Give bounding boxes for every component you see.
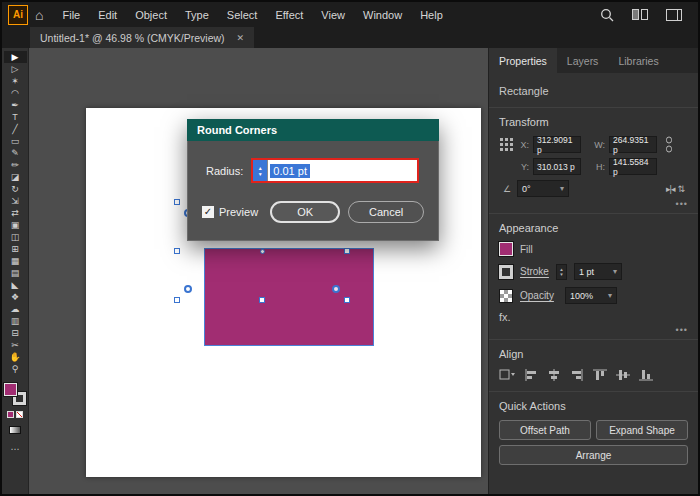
menu-window[interactable]: Window [354, 2, 411, 27]
rotation-dropdown[interactable]: 0° ▾ [517, 180, 569, 197]
align-center-horizontal-icon[interactable] [547, 369, 561, 381]
menu-select[interactable]: Select [218, 2, 267, 27]
artboard-tool[interactable]: ⊟ [4, 327, 27, 339]
offset-path-button[interactable]: Offset Path [499, 420, 591, 440]
live-corner-widget[interactable] [184, 285, 192, 293]
color-none-toggle[interactable] [7, 411, 23, 418]
magic-wand-tool[interactable]: ✶ [4, 75, 27, 87]
dialog-title[interactable]: Round Corners [187, 119, 439, 141]
lasso-tool[interactable]: ◠ [4, 87, 27, 99]
opacity-icon[interactable] [499, 289, 513, 303]
align-to-dropdown[interactable] [499, 368, 515, 381]
opacity-dropdown[interactable]: 100% ▾ [565, 287, 617, 304]
pen-tool[interactable]: ✒ [4, 99, 27, 111]
tab-libraries[interactable]: Libraries [608, 48, 668, 73]
scale-tool[interactable]: ⇲ [4, 195, 27, 207]
rotate-tool[interactable]: ↻ [4, 183, 27, 195]
handle-mid-left[interactable] [174, 248, 180, 254]
align-right-icon[interactable] [570, 369, 584, 381]
stroke-color-swatch[interactable] [499, 265, 513, 279]
width-tool[interactable]: ⇄ [4, 207, 27, 219]
type-tool[interactable]: T [4, 111, 27, 123]
arrange-documents-icon[interactable] [666, 9, 682, 21]
pencil-tool[interactable]: ✏ [4, 159, 27, 171]
edit-toolbar-icon[interactable]: ⋯ [11, 444, 20, 454]
zoom-tool[interactable]: ⚲ [4, 363, 27, 375]
menu-view[interactable]: View [312, 2, 354, 27]
gradient-swatch-icon[interactable] [9, 426, 21, 434]
live-corner-widget[interactable] [332, 285, 340, 293]
none-swatch-icon[interactable] [16, 411, 23, 418]
menu-file[interactable]: File [53, 2, 89, 27]
x-input[interactable]: 312.9091 p [533, 136, 581, 153]
canvas[interactable] [29, 48, 488, 494]
appearance-more-options[interactable]: ••• [676, 325, 688, 335]
selection-tool[interactable]: ▶ [4, 51, 27, 63]
shape-builder-tool[interactable]: ◫ [4, 231, 27, 243]
radius-stepper[interactable]: ▲ ▼ [253, 160, 268, 181]
preview-checkbox-group[interactable]: ✓ Preview [202, 206, 258, 218]
constrain-proportions-icon[interactable] [663, 136, 675, 153]
reference-point-icon[interactable] [499, 137, 514, 152]
fill-stroke-control[interactable] [4, 383, 26, 405]
stroke-label[interactable]: Stroke [520, 266, 549, 277]
effects-button[interactable]: fx. [499, 311, 688, 323]
handle-bottom-left[interactable] [174, 297, 180, 303]
home-icon[interactable]: ⌂ [35, 7, 43, 23]
fill-color-swatch[interactable] [499, 242, 513, 256]
document-tab[interactable]: Untitled-1* @ 46.98 % (CMYK/Preview) ✕ [30, 27, 254, 48]
h-input[interactable]: 141.5584 p [609, 158, 657, 175]
handle-bottom-right[interactable] [344, 297, 350, 303]
app-logo-icon[interactable]: Ai [8, 5, 28, 25]
paintbrush-tool[interactable]: ✎ [4, 147, 27, 159]
w-input[interactable]: 264.9351 p [609, 136, 657, 153]
menu-type[interactable]: Type [176, 2, 218, 27]
stroke-weight-dropdown[interactable]: 1 pt ▾ [574, 263, 622, 280]
handle-bottom-mid[interactable] [259, 297, 265, 303]
flip-vertical-icon[interactable]: ⇅ [677, 184, 684, 194]
center-anchor-point[interactable] [260, 249, 265, 254]
expand-shape-button[interactable]: Expand Shape [596, 420, 688, 440]
flip-horizontal-icon[interactable]: ▸|◂ [666, 184, 674, 194]
search-icon[interactable] [600, 8, 614, 22]
cancel-button[interactable]: Cancel [348, 201, 424, 223]
fill-label[interactable]: Fill [520, 244, 533, 255]
menu-effect[interactable]: Effect [266, 2, 312, 27]
hand-tool[interactable]: ✋ [4, 351, 27, 363]
direct-selection-tool[interactable]: ▷ [4, 63, 27, 75]
blend-tool[interactable]: ❖ [4, 291, 27, 303]
eyedropper-tool[interactable]: ◣ [4, 279, 27, 291]
handle-mid-right[interactable] [344, 248, 350, 254]
menu-edit[interactable]: Edit [89, 2, 126, 27]
preview-checkbox[interactable]: ✓ [202, 206, 214, 218]
tab-layers[interactable]: Layers [557, 48, 609, 73]
gradient-tool[interactable]: ▤ [4, 267, 27, 279]
fill-swatch[interactable] [4, 383, 17, 396]
close-tab-icon[interactable]: ✕ [237, 33, 245, 43]
arrange-button[interactable]: Arrange [499, 445, 688, 465]
column-graph-tool[interactable]: ▥ [4, 315, 27, 327]
line-segment-tool[interactable]: ╱ [4, 123, 27, 135]
align-left-icon[interactable] [524, 369, 538, 381]
align-bottom-icon[interactable] [639, 369, 653, 381]
radius-input[interactable]: 0.01 pt [268, 160, 417, 181]
transform-more-options[interactable]: ••• [676, 199, 688, 209]
align-top-icon[interactable] [593, 369, 607, 381]
stepper-down-icon[interactable]: ▼ [559, 272, 563, 277]
perspective-grid-tool[interactable]: ⊞ [4, 243, 27, 255]
stepper-down-icon[interactable]: ▼ [258, 171, 263, 177]
menu-object[interactable]: Object [126, 2, 176, 27]
workspace-switcher-icon[interactable] [632, 9, 648, 20]
mesh-tool[interactable]: ▦ [4, 255, 27, 267]
y-input[interactable]: 310.013 p [533, 158, 581, 175]
rectangle-tool[interactable]: ▭ [4, 135, 27, 147]
color-swatch-icon[interactable] [7, 411, 14, 418]
handle-top-left[interactable] [174, 199, 180, 205]
tab-properties[interactable]: Properties [489, 48, 557, 73]
eraser-tool[interactable]: ◪ [4, 171, 27, 183]
free-transform-tool[interactable]: ▣ [4, 219, 27, 231]
symbol-sprayer-tool[interactable]: ☁ [4, 303, 27, 315]
opacity-label[interactable]: Opacity [520, 290, 554, 301]
ok-button[interactable]: OK [270, 201, 340, 223]
slice-tool[interactable]: ✂ [4, 339, 27, 351]
